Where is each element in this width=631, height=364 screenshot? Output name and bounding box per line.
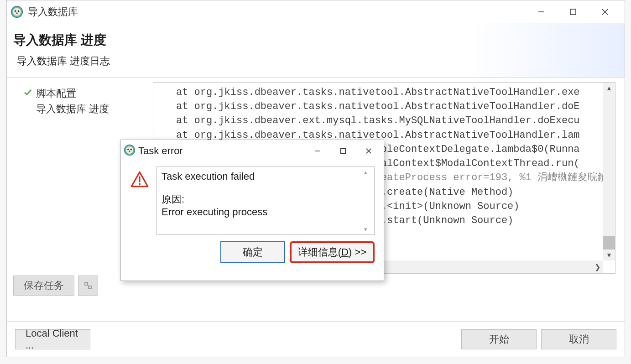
local-client-button[interactable]: Local Client ...	[15, 329, 90, 349]
log-line: at org.jkiss.dbeaver.tasks.nativetool.Ab…	[176, 85, 611, 99]
error-reason-text: Error executing process	[162, 206, 370, 218]
link-task-button[interactable]	[78, 276, 98, 296]
details-button-suffix: ) >>	[349, 246, 366, 258]
task-error-dialog: Task error Task execution failed 原因:	[120, 140, 384, 281]
app-icon	[10, 5, 23, 18]
check-icon	[23, 88, 33, 99]
dialog-title: Task error	[138, 145, 313, 157]
close-icon[interactable]	[598, 5, 612, 19]
log-line: at org.jkiss.dbeaver.tasks.nativetool.Ab…	[176, 99, 611, 114]
svg-rect-10	[89, 286, 91, 289]
maximize-icon[interactable]	[566, 5, 580, 19]
titlebar: 导入数据库	[7, 0, 625, 23]
nav-item-label: 导入数据库 进度	[36, 102, 109, 116]
dialog-window-controls	[313, 146, 381, 156]
header: 导入数据库 进度 导入数据库 进度日志	[7, 23, 625, 78]
dialog-close-icon[interactable]	[364, 146, 374, 156]
window-controls	[534, 5, 621, 19]
message-scrollbar[interactable]: ▴ ▾	[364, 169, 373, 233]
page-subtitle: 导入数据库 进度日志	[17, 54, 618, 68]
svg-line-11	[88, 285, 89, 286]
start-button[interactable]: 开始	[461, 329, 537, 349]
svg-point-23	[139, 183, 141, 185]
dialog-minimize-icon[interactable]	[313, 146, 323, 156]
minimize-icon[interactable]	[534, 5, 548, 19]
svg-point-3	[18, 10, 20, 12]
cancel-button[interactable]: 取消	[541, 329, 616, 349]
svg-point-16	[129, 151, 130, 151]
ok-button[interactable]: 确定	[220, 241, 285, 263]
svg-point-13	[126, 146, 133, 154]
dialog-body: Task execution failed 原因: Error executin…	[121, 162, 384, 235]
svg-rect-6	[570, 9, 576, 15]
dialog-titlebar: Task error	[121, 140, 384, 162]
page-title: 导入数据库 进度	[13, 31, 618, 49]
nav-item-script-config[interactable]: 脚本配置	[23, 86, 146, 101]
scroll-up-icon[interactable]: ▴	[364, 169, 373, 176]
error-message-title: Task execution failed	[162, 171, 370, 182]
dialog-maximize-icon[interactable]	[338, 146, 348, 156]
scroll-thumb[interactable]	[603, 236, 615, 250]
svg-rect-9	[85, 282, 88, 285]
warning-icon	[130, 170, 149, 189]
window-title: 导入数据库	[28, 5, 534, 19]
scroll-down-icon[interactable]: ▾	[364, 226, 373, 233]
save-task-button[interactable]: 保存任务	[13, 276, 74, 296]
footer: Local Client ... 开始 取消	[7, 321, 625, 357]
details-button[interactable]: 详细信息(D) >>	[290, 241, 375, 263]
error-reason-label: 原因:	[162, 192, 370, 206]
nav-item-label: 脚本配置	[36, 87, 76, 100]
svg-point-4	[16, 12, 18, 13]
dialog-actions: 确定 详细信息(D) >>	[121, 235, 384, 263]
details-button-key: D	[341, 246, 349, 258]
svg-point-2	[15, 10, 16, 12]
scroll-up-icon[interactable]: ▲	[603, 83, 615, 94]
nav-item-import-progress[interactable]: 导入数据库 进度	[23, 101, 146, 117]
dialog-app-icon	[124, 144, 136, 158]
svg-rect-18	[341, 149, 346, 154]
svg-point-14	[127, 149, 129, 150]
scroll-down-icon[interactable]: ▼	[603, 250, 615, 260]
log-line: at org.jkiss.dbeaver.ext.mysql.tasks.MyS…	[176, 114, 611, 128]
details-button-prefix: 详细信息(	[298, 245, 341, 259]
scroll-right-icon[interactable]: ❯	[594, 263, 600, 271]
svg-point-15	[130, 149, 132, 150]
vertical-scrollbar[interactable]: ▲ ▼	[603, 83, 615, 260]
error-message-box[interactable]: Task execution failed 原因: Error executin…	[156, 166, 375, 235]
svg-point-1	[13, 8, 21, 16]
